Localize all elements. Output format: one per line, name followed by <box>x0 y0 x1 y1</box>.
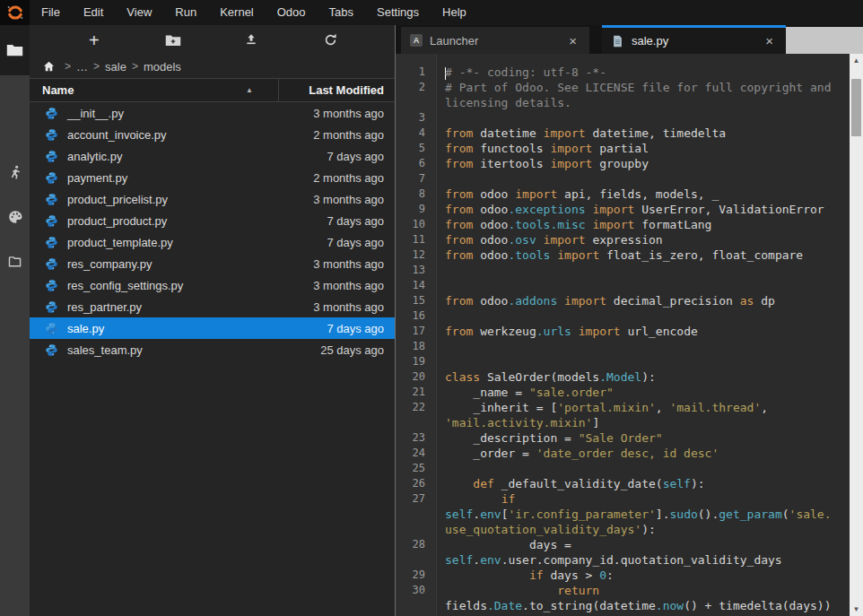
file-row[interactable]: product_product.py7 days ago <box>30 210 395 231</box>
file-list-header: Name ▲ Last Modified <box>30 78 395 102</box>
upload-button[interactable] <box>239 29 264 52</box>
breadcrumb-segment[interactable]: … <box>76 60 88 74</box>
menu-help[interactable]: Help <box>431 0 478 25</box>
close-icon[interactable]: × <box>762 33 777 48</box>
code-text: class SaleOrder(models.Model): <box>437 369 656 385</box>
line-number: 26 <box>396 476 437 491</box>
file-row[interactable]: res_partner.py3 months ago <box>30 296 395 317</box>
line-number: 1 <box>396 65 437 80</box>
file-row[interactable]: res_config_settings.py3 months ago <box>30 274 395 296</box>
file-name: product_template.py <box>67 236 327 249</box>
close-icon[interactable]: × <box>565 33 580 48</box>
tab-sale-py[interactable]: sale.py × <box>602 25 786 54</box>
file-row[interactable]: product_template.py7 days ago <box>30 231 395 253</box>
last-modified-column-label: Last Modified <box>309 83 384 97</box>
menu-file[interactable]: File <box>30 0 72 25</box>
file-row[interactable]: sales_team.py25 days ago <box>30 339 395 360</box>
palette-icon <box>7 209 23 225</box>
sidebar-tab-file-browser[interactable] <box>0 25 30 75</box>
tab-launcher[interactable]: A Launcher × <box>401 27 589 54</box>
python-file-icon <box>45 300 59 314</box>
code-line: 29 if days > 0: <box>396 568 850 583</box>
code-line: use_quotation_validity_days'): <box>396 522 850 537</box>
code-line: 28 days = <box>396 537 850 552</box>
refresh-button[interactable] <box>318 29 343 52</box>
breadcrumb-segment[interactable]: sale <box>105 60 126 74</box>
sidebar-tab-open-tabs[interactable] <box>0 254 30 269</box>
scroll-up-icon[interactable]: ▲ <box>850 54 863 67</box>
menu-edit[interactable]: Edit <box>72 0 115 25</box>
file-modified-time: 2 months ago <box>313 171 395 185</box>
line-number <box>396 95 437 110</box>
menu-odoo[interactable]: Odoo <box>266 0 318 25</box>
home-icon[interactable] <box>42 60 56 73</box>
file-browser-toolbar: + <box>30 25 395 55</box>
line-number: 27 <box>396 491 437 507</box>
menu-kernel[interactable]: Kernel <box>208 0 266 25</box>
sidebar-tab-commands[interactable] <box>0 209 30 225</box>
code-text: from odoo.tools.misc import formatLang <box>437 217 711 232</box>
code-text: from odoo.osv import expression <box>437 232 663 247</box>
file-row[interactable]: __init__.py3 months ago <box>30 102 395 124</box>
menu-run[interactable]: Run <box>163 0 208 25</box>
code-line: 'mail.activity.mixin'] <box>396 415 850 430</box>
code-text: from werkzeug.urls import url_encode <box>437 324 698 339</box>
code-text: licensing details. <box>437 95 571 110</box>
line-number: 18 <box>396 339 437 354</box>
column-header-name[interactable]: Name ▲ <box>30 79 279 101</box>
code-line: 16 <box>396 308 850 324</box>
file-row[interactable]: account_invoice.py2 months ago <box>30 124 395 145</box>
column-header-last-modified[interactable]: Last Modified <box>279 83 395 97</box>
file-row[interactable]: product_pricelist.py3 months ago <box>30 188 395 210</box>
code-line: 15from odoo.addons import decimal_precis… <box>396 293 850 308</box>
code-text: _description = "Sale Order" <box>437 430 663 446</box>
code-editor[interactable]: 1# -*- coding: utf-8 -*-2# Part of Odoo.… <box>396 54 863 616</box>
code-text: from odoo.tools import float_is_zero, fl… <box>437 247 803 263</box>
editor-scrollbar[interactable]: ▲ ▼ <box>850 54 863 616</box>
file-row[interactable]: sale.py7 days ago <box>30 317 395 339</box>
code-text: _inherit = ['portal.mixin', 'mail.thread… <box>437 400 768 415</box>
scrollbar-thumb[interactable] <box>851 79 861 136</box>
code-text <box>437 339 445 354</box>
file-modified-time: 25 days ago <box>320 343 395 357</box>
scroll-down-icon[interactable]: ▼ <box>850 603 863 616</box>
file-row[interactable]: analytic.py7 days ago <box>30 145 395 167</box>
code-text <box>437 461 445 476</box>
menu-settings[interactable]: Settings <box>365 0 431 25</box>
code-line: 2# Part of Odoo. See LICENSE file for fu… <box>396 80 850 95</box>
line-number: 2 <box>396 80 437 95</box>
code-text <box>437 110 445 126</box>
new-folder-button[interactable] <box>161 29 186 52</box>
code-text: if days > 0: <box>437 568 614 583</box>
code-text: if <box>437 491 515 507</box>
file-name: payment.py <box>67 171 313 185</box>
running-man-icon <box>7 164 23 180</box>
code-text: def _default_validity_date(self): <box>437 476 705 491</box>
line-number: 10 <box>396 217 437 232</box>
code-text: # Part of Odoo. See LICENSE file for ful… <box>437 80 831 95</box>
line-number: 11 <box>396 232 437 247</box>
code-line: 11from odoo.osv import expression <box>396 232 850 247</box>
code-line: 20class SaleOrder(models.Model): <box>396 369 850 385</box>
breadcrumb-segment[interactable]: models <box>144 60 181 74</box>
line-number: 4 <box>396 126 437 141</box>
line-number: 8 <box>396 187 437 202</box>
code-text: days = <box>437 537 571 552</box>
file-row[interactable]: res_company.py3 months ago <box>30 253 395 274</box>
code-line: licensing details. <box>396 95 850 110</box>
python-file-icon <box>45 236 59 249</box>
code-text: from odoo.addons import decimal_precisio… <box>437 293 775 308</box>
code-text: from odoo import api, fields, models, _ <box>437 187 719 202</box>
file-modified-time: 3 months ago <box>313 257 395 271</box>
folder-icon <box>6 43 23 57</box>
line-number: 5 <box>396 141 437 156</box>
new-launcher-button[interactable]: + <box>82 29 107 52</box>
code-line: 1# -*- coding: utf-8 -*- <box>396 65 850 80</box>
code-text: _order = 'date_order desc, id desc' <box>437 446 719 461</box>
menu-view[interactable]: View <box>115 0 163 25</box>
launcher-icon: A <box>410 34 423 47</box>
code-text: # -*- coding: utf-8 -*- <box>437 65 606 80</box>
file-row[interactable]: payment.py2 months ago <box>30 167 395 188</box>
menu-tabs[interactable]: Tabs <box>318 0 365 25</box>
sidebar-tab-running[interactable] <box>0 164 30 180</box>
